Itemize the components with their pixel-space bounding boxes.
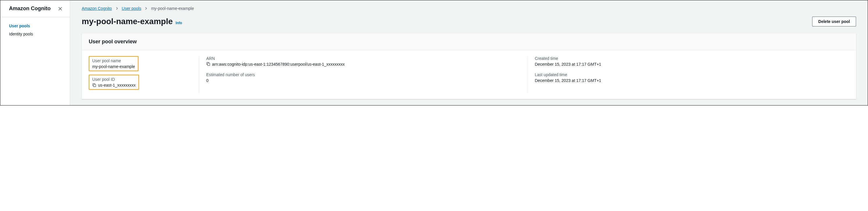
copy-icon[interactable] <box>206 62 210 66</box>
overview-col-3: Created time December 15, 2023 at 17:17 … <box>528 56 849 93</box>
sidebar-item-identity-pools[interactable]: Identity pools <box>0 30 70 38</box>
delete-user-pool-button[interactable]: Delete user pool <box>812 16 856 27</box>
arn-field: ARN arn:aws:cognito-idp:us-east-1:123456… <box>206 56 521 67</box>
user-pool-name-label: User pool name <box>92 59 135 63</box>
created-field: Created time December 15, 2023 at 17:17 … <box>535 56 849 67</box>
copy-icon[interactable] <box>92 83 96 87</box>
sidebar: Amazon Cognito User pools Identity pools <box>0 0 70 105</box>
svg-rect-2 <box>93 84 96 86</box>
user-pool-name-value: my-pool-name-example <box>92 64 135 69</box>
panel-body: User pool name my-pool-name-example User… <box>82 50 856 99</box>
svg-rect-3 <box>208 63 210 65</box>
overview-panel: User pool overview User pool name my-poo… <box>82 33 856 99</box>
breadcrumb: Amazon Cognito User pools my-pool-name-e… <box>82 6 856 11</box>
user-pool-name-block: User pool name my-pool-name-example <box>89 56 138 71</box>
updated-value: December 15, 2023 at 17:17 GMT+1 <box>535 78 849 83</box>
updated-field: Last updated time December 15, 2023 at 1… <box>535 72 849 83</box>
info-link[interactable]: Info <box>176 21 182 25</box>
panel-title: User pool overview <box>89 39 849 45</box>
user-pool-id-label: User pool ID <box>92 77 135 82</box>
sidebar-title: Amazon Cognito <box>9 5 51 12</box>
arn-label: ARN <box>206 56 521 61</box>
arn-value-row: arn:aws:cognito-idp:us-east-1:1234567890… <box>206 62 521 67</box>
close-icon[interactable] <box>58 6 63 11</box>
page-title: my-pool-name-example <box>82 17 173 26</box>
panel-header: User pool overview <box>82 33 856 50</box>
sidebar-item-user-pools[interactable]: User pools <box>0 22 70 30</box>
page-header: my-pool-name-example Info Delete user po… <box>82 16 856 27</box>
arn-value: arn:aws:cognito-idp:us-east-1:1234567890… <box>212 62 345 67</box>
main-content: Amazon Cognito User pools my-pool-name-e… <box>70 0 868 105</box>
breadcrumb-current: my-pool-name-example <box>151 6 194 11</box>
overview-col-1: User pool name my-pool-name-example User… <box>89 56 199 93</box>
users-field: Estimated number of users 0 <box>206 72 521 83</box>
chevron-right-icon <box>145 7 148 10</box>
page-title-group: my-pool-name-example Info <box>82 17 182 26</box>
updated-label: Last updated time <box>535 72 849 77</box>
user-pool-id-value-row: us-east-1_xxxxxxxxx <box>92 83 135 87</box>
user-pool-id-block: User pool ID us-east-1_xxxxxxxxx <box>89 75 139 90</box>
overview-grid: User pool name my-pool-name-example User… <box>89 56 849 93</box>
sidebar-header: Amazon Cognito <box>0 0 70 17</box>
sidebar-nav: User pools Identity pools <box>0 17 70 43</box>
users-label: Estimated number of users <box>206 72 521 77</box>
created-label: Created time <box>535 56 849 61</box>
app-container: Amazon Cognito User pools Identity pools… <box>0 0 868 106</box>
breadcrumb-cognito[interactable]: Amazon Cognito <box>82 6 112 11</box>
created-value: December 15, 2023 at 17:17 GMT+1 <box>535 62 849 67</box>
breadcrumb-user-pools[interactable]: User pools <box>122 6 142 11</box>
user-pool-id-value: us-east-1_xxxxxxxxx <box>98 83 135 87</box>
overview-col-2: ARN arn:aws:cognito-idp:us-east-1:123456… <box>199 56 528 93</box>
chevron-right-icon <box>116 7 118 10</box>
users-value: 0 <box>206 78 521 83</box>
